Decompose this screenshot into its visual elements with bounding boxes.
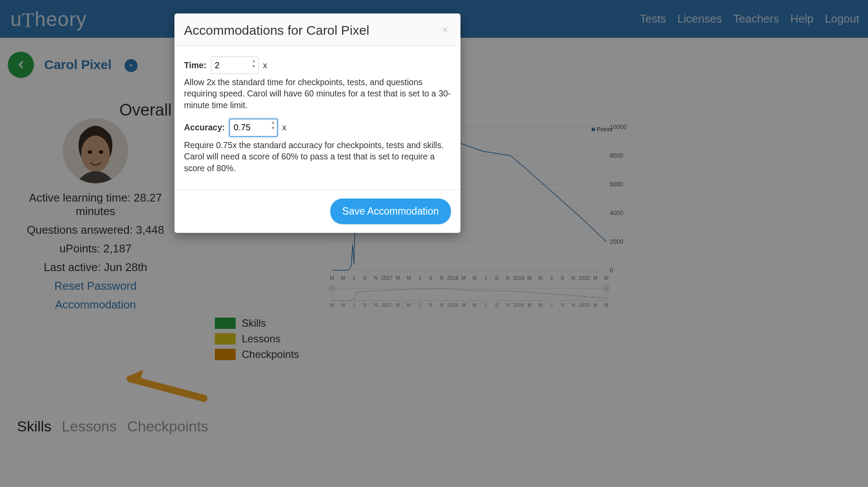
accommodation-modal: Accommodations for Carol Pixel × Time: ▲… — [174, 13, 460, 233]
time-step-up[interactable]: ▲ — [251, 58, 257, 63]
modal-title: Accommodations for Carol Pixel — [184, 23, 369, 38]
accuracy-suffix: x — [282, 123, 286, 133]
close-icon[interactable]: × — [439, 23, 451, 36]
time-suffix: x — [263, 60, 267, 70]
time-label: Time: — [184, 60, 207, 70]
time-description: Allow 2x the standard time for checkpoin… — [184, 76, 451, 111]
accuracy-description: Require 0.75x the standard accuracy for … — [184, 139, 451, 174]
accuracy-step-up[interactable]: ▲ — [270, 120, 276, 126]
time-step-down[interactable]: ▼ — [251, 63, 257, 69]
accuracy-step-down[interactable]: ▼ — [270, 126, 276, 131]
save-accommodation-button[interactable]: Save Accommodation — [330, 199, 451, 224]
accuracy-label: Accuracy: — [184, 123, 225, 133]
